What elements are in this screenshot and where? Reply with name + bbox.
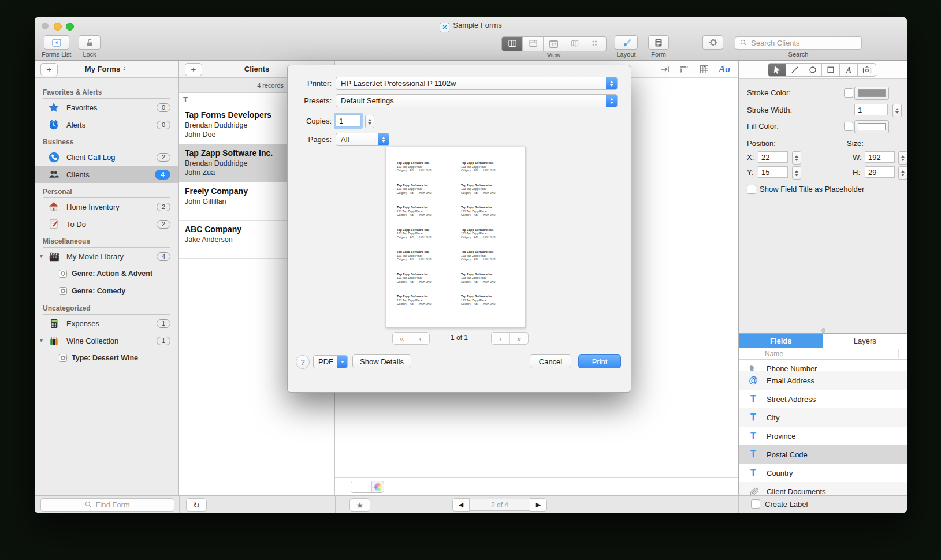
sidebar-item-alerts[interactable]: Alerts0 (35, 116, 178, 133)
favorite-record-button[interactable]: ★ (349, 498, 370, 512)
print-button[interactable]: Print (578, 354, 621, 368)
x-stepper[interactable] (792, 151, 801, 165)
gearbox-icon (58, 269, 68, 279)
create-label-control[interactable]: Create Label (751, 499, 808, 509)
sidebar-item-favorites[interactable]: Favorites0 (35, 99, 178, 116)
x-field[interactable]: 22 (758, 151, 788, 163)
show-field-title-checkbox[interactable] (747, 185, 756, 194)
find-form-input[interactable]: Find Form (40, 498, 174, 512)
disclosure-triangle-icon[interactable]: ▼ (39, 338, 44, 344)
find-form-placeholder: Find Form (95, 501, 129, 509)
sidebar-item-label: Wine Collection (66, 337, 152, 345)
select-tool-segment[interactable] (768, 64, 786, 76)
printer-popup[interactable]: HP LaserJet Professional P 1102w (336, 77, 618, 90)
canvas-color-well[interactable] (351, 481, 384, 493)
stroke-color-label: Stroke Color: (747, 88, 791, 97)
w-stepper[interactable] (898, 151, 907, 165)
tab-stop-icon[interactable] (660, 65, 670, 74)
stroke-color-well[interactable] (854, 87, 889, 100)
record-count-badge: 2 (157, 203, 170, 211)
field-item-client-documents[interactable]: Client Documents (739, 482, 907, 495)
ellipse-tool-segment[interactable] (804, 64, 822, 76)
layout-button[interactable]: Layout (615, 35, 638, 58)
stroke-width-field[interactable]: 1 (854, 104, 888, 115)
search-placeholder: Search Clients (751, 39, 800, 47)
sidebar-item-client-call-log[interactable]: Client Call Log2 (35, 148, 178, 166)
record-count-badge: 1 (157, 337, 170, 345)
record-navigation: ◀ 2 of 4 ▶ (452, 498, 547, 512)
w-field[interactable]: 192 (865, 151, 895, 163)
stroke-width-stepper[interactable] (892, 104, 902, 117)
panel-splitter-handle[interactable] (821, 328, 825, 333)
fill-color-checkbox[interactable] (844, 122, 853, 131)
copies-stepper[interactable] (365, 115, 374, 128)
fill-color-well[interactable] (854, 120, 889, 133)
cancel-button[interactable]: Cancel (530, 354, 571, 368)
line-tool-segment[interactable] (786, 64, 804, 76)
copies-field[interactable]: 1 (336, 114, 361, 127)
h-field[interactable]: 29 (865, 166, 895, 178)
field-item-city[interactable]: TCity (739, 408, 907, 427)
view-multicolumn-segment[interactable] (564, 37, 585, 51)
create-label-checkbox[interactable] (751, 499, 760, 509)
field-item-phone-number[interactable]: Phone Number (739, 360, 907, 371)
view-calendar-segment[interactable]: 17 (544, 37, 564, 51)
fill-color-swatch (858, 123, 886, 130)
color-value-field[interactable] (351, 481, 372, 492)
view-grid-segment[interactable] (585, 37, 606, 51)
refresh-icon: ↻ (193, 501, 200, 510)
sidebar-item-type-dessert-wine[interactable]: Type: Dessert Wine (35, 349, 178, 367)
pages-popup[interactable]: All (336, 133, 389, 146)
settings-button[interactable] (702, 35, 723, 50)
sidebar-item-clients[interactable]: Clients4 (35, 166, 178, 183)
fill-color-label: Fill Color: (747, 122, 779, 130)
next-page-button[interactable]: › (492, 333, 509, 344)
sidebar-item-genre-action-adventure[interactable]: Genre: Action & Adventure (35, 265, 178, 282)
y-field[interactable]: 15 (758, 166, 788, 178)
search-group-label: Search (788, 51, 809, 58)
field-item-email-address[interactable]: @Email Address (739, 371, 907, 390)
address-label-preview: Tap Zapp Software Inc.123 Tap Zapp Place… (459, 206, 519, 228)
y-stepper[interactable] (792, 166, 801, 180)
fields-name-header[interactable]: Name (739, 348, 907, 360)
lock-button[interactable]: Lock (79, 35, 101, 58)
form-button[interactable]: Form (648, 35, 669, 58)
tab-fields[interactable]: Fields (739, 334, 823, 348)
sidebar-item-home-inventory[interactable]: Home Inventory2 (35, 198, 178, 215)
sidebar-item-expenses[interactable]: Expenses1 (35, 315, 178, 332)
tab-layers[interactable]: Layers (823, 334, 907, 348)
view-browse-segment[interactable] (523, 37, 544, 51)
field-item-postal-code[interactable]: TPostal Code (739, 445, 907, 464)
search-input[interactable]: Search Clients (735, 36, 862, 50)
sidebar-item-genre-comedy[interactable]: Genre: Comedy (35, 282, 178, 300)
forms-list-button[interactable]: Forms List (42, 35, 71, 58)
phonefield-icon (747, 363, 760, 371)
stroke-color-checkbox[interactable] (844, 88, 853, 98)
presets-popup[interactable]: Default Settings (336, 94, 618, 107)
field-item-street-address[interactable]: TStreet Address (739, 390, 907, 408)
previous-record-button[interactable]: ◀ (452, 498, 470, 512)
sidebar-item-wine-collection[interactable]: ▼Wine Collection1 (35, 332, 178, 349)
todo-icon (47, 218, 60, 230)
text-tool-segment[interactable]: A (840, 64, 858, 76)
fonts-icon[interactable]: Aa (719, 64, 730, 75)
pdf-menu-button[interactable]: PDF (313, 355, 348, 368)
sidebar-item-my-movie-library[interactable]: ▼My Movie Library4 (35, 248, 178, 265)
view-columns-segment[interactable] (502, 37, 523, 51)
sort-chevrons-icon[interactable] (122, 66, 128, 73)
refresh-button[interactable]: ↻ (186, 498, 207, 512)
color-wheel-button[interactable] (372, 481, 384, 492)
grid-toggle-icon[interactable] (699, 65, 709, 74)
h-stepper[interactable] (898, 166, 907, 180)
field-item-country[interactable]: TCountry (739, 464, 907, 482)
rect-tool-segment[interactable] (822, 64, 840, 76)
disclosure-triangle-icon[interactable]: ▼ (39, 253, 44, 259)
field-item-province[interactable]: TProvince (739, 427, 907, 445)
show-details-button[interactable]: Show Details (352, 354, 411, 368)
help-button[interactable]: ? (296, 355, 310, 369)
image-tool-segment[interactable] (858, 64, 876, 76)
sidebar-item-to-do[interactable]: To Do2 (35, 215, 178, 233)
ruler-icon[interactable] (679, 65, 690, 74)
last-page-button[interactable]: » (509, 333, 528, 344)
next-record-button[interactable]: ▶ (530, 498, 547, 512)
